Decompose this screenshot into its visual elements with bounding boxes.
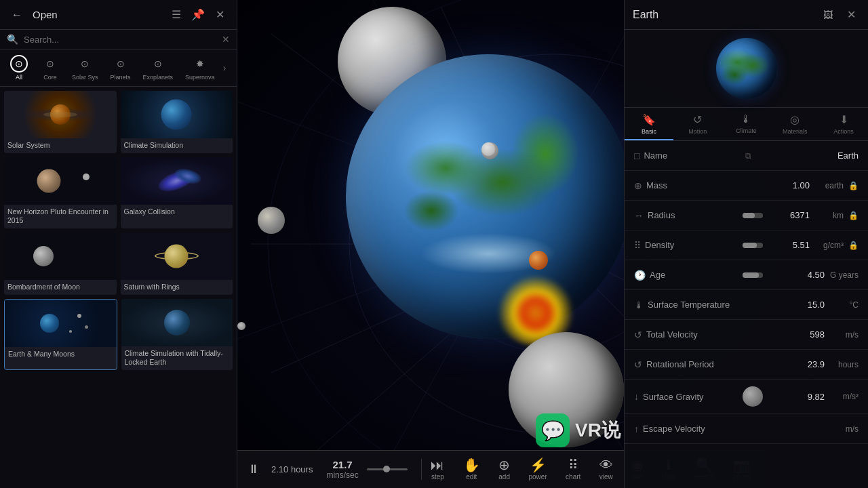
escape-vel-prop-icon: ↑ bbox=[634, 424, 639, 434]
close-panel-button[interactable]: ✕ bbox=[211, 6, 229, 24]
velocity-prop-icon: ↺ bbox=[634, 329, 642, 340]
thumb-saturn bbox=[121, 232, 233, 280]
pin-button[interactable]: 📌 bbox=[189, 6, 207, 24]
thumb-earth-moons bbox=[5, 300, 117, 347]
white-dot-planet bbox=[481, 142, 495, 156]
card-title-saturn: Saturn with Rings bbox=[121, 280, 233, 295]
toolbar-playback: ⏸ 2.10 hours 21.7 mins/sec bbox=[244, 459, 422, 480]
tab-basic-label: Basic bbox=[642, 128, 656, 135]
tab-materials-label: Materials bbox=[783, 128, 808, 135]
density-lock-icon: 🔒 bbox=[846, 241, 859, 250]
right-panel: Earth 🖼 ✕ 🔖 Basic ↺ Motion 🌡 Climate ◎ M… bbox=[624, 0, 868, 488]
actions-icon: ⬇ bbox=[840, 113, 848, 126]
view-label: view bbox=[599, 473, 613, 481]
chart-label: chart bbox=[566, 473, 580, 481]
card-title-pluto: New Horizon Pluto Encounter in 2015 bbox=[4, 205, 117, 228]
right-panel-actions: 🖼 ✕ bbox=[819, 6, 860, 24]
tab-supernova[interactable]: ✸ Supernova bbox=[180, 52, 220, 83]
toolbar-chart[interactable]: ⠿ chart bbox=[559, 455, 587, 483]
prop-value-name: Earth bbox=[751, 150, 859, 161]
toolbar-edit[interactable]: ✋ edit bbox=[456, 455, 487, 483]
sim-card-solar-system[interactable]: Solar System bbox=[4, 91, 117, 153]
climate-icon: 🌡 bbox=[741, 113, 751, 125]
sim-card-moon-bomb[interactable]: Bombardment of Moon bbox=[4, 232, 117, 295]
view-icon: 👁 bbox=[599, 458, 613, 472]
sim-card-climate2[interactable]: Climate Simulation with Tidally-Locked E… bbox=[121, 299, 233, 370]
earth-thumbnail-container bbox=[625, 30, 868, 108]
prop-label-name: □ Name bbox=[634, 150, 743, 161]
right-panel-header: Earth 🖼 ✕ bbox=[625, 0, 868, 30]
thumb-moon bbox=[4, 232, 117, 280]
prop-value-velocity: 598 bbox=[743, 329, 825, 340]
sim-card-saturn[interactable]: Saturn with Rings bbox=[121, 232, 233, 295]
prop-label-velocity: ↺ Total Velocity bbox=[634, 329, 743, 340]
mass-prop-icon: ⊕ bbox=[634, 180, 642, 191]
toolbar-step[interactable]: ⏭ step bbox=[424, 455, 451, 483]
tab-core[interactable]: ⊙ Core bbox=[35, 52, 65, 83]
prop-label-surface-temp: 🌡 Surface Temperature bbox=[634, 300, 743, 310]
tab-materials[interactable]: ◎ Materials bbox=[770, 108, 819, 140]
tab-all[interactable]: ⊙ All bbox=[4, 52, 34, 83]
sim-card-earth-moons[interactable]: Earth & Many Moons bbox=[4, 299, 117, 370]
prop-unit-mass: earth bbox=[810, 181, 844, 190]
wechat-watermark: 💬 VR说 bbox=[536, 413, 620, 447]
edit-icon: ✋ bbox=[463, 458, 480, 472]
sim-row-1: Solar System Climate Simulation bbox=[4, 91, 233, 153]
sim-card-pluto[interactable]: New Horizon Pluto Encounter in 2015 bbox=[4, 157, 117, 228]
play-pause-button[interactable]: ⏸ bbox=[244, 460, 263, 479]
card-title-galaxy: Galaxy Collision bbox=[121, 205, 233, 220]
tab-solar[interactable]: ⊙ Solar Sys bbox=[66, 52, 104, 83]
solar-icon: ⊙ bbox=[76, 55, 94, 73]
tab-climate[interactable]: 🌡 Climate bbox=[722, 108, 771, 140]
category-arrow[interactable]: › bbox=[222, 62, 228, 73]
prop-row-rotation: ↺ Rotational Period 23.9 hours bbox=[625, 350, 868, 380]
materials-icon: ◎ bbox=[790, 113, 800, 126]
card-title-moon-bomb: Bombardment of Moon bbox=[4, 280, 117, 295]
step-label: step bbox=[431, 473, 444, 481]
speed-slider[interactable] bbox=[367, 468, 408, 470]
prop-row-surface-temp: 🌡 Surface Temperature 15.0 °C bbox=[625, 290, 868, 320]
prop-unit-radius: km bbox=[810, 211, 844, 220]
prop-label-density: ⠿ Density bbox=[634, 240, 743, 251]
toolbar-view[interactable]: 👁 view bbox=[593, 455, 620, 483]
tab-basic[interactable]: 🔖 Basic bbox=[625, 108, 673, 140]
chart-icon: ⠿ bbox=[568, 458, 578, 472]
sim-card-galaxy[interactable]: Galaxy Collision bbox=[121, 157, 233, 228]
wechat-label: VR说 bbox=[575, 418, 620, 443]
tab-actions[interactable]: ⬇ Actions bbox=[819, 108, 868, 140]
image-button[interactable]: 🖼 bbox=[819, 6, 837, 24]
sim-grid: Solar System Climate Simulation New Hori… bbox=[0, 87, 237, 488]
toolbar-add[interactable]: ⊕ add bbox=[492, 455, 517, 483]
back-button[interactable]: ← bbox=[8, 6, 26, 24]
prop-value-density: 5.51 bbox=[768, 240, 810, 250]
list-view-button[interactable]: ☰ bbox=[167, 6, 185, 24]
sim-card-climate[interactable]: Climate Simulation bbox=[121, 91, 233, 153]
search-clear-button[interactable]: ✕ bbox=[222, 34, 230, 45]
tab-exoplanets[interactable]: ⊙ Exoplanets bbox=[138, 52, 179, 83]
toolbar-power[interactable]: ⚡ power bbox=[521, 455, 553, 483]
playback-speed: 21.7 bbox=[333, 459, 353, 470]
prop-label-escape-vel: ↑ Escape Velocity bbox=[634, 424, 743, 434]
search-input[interactable] bbox=[24, 35, 216, 45]
prop-unit-age: G years bbox=[825, 270, 859, 280]
edit-label: edit bbox=[466, 473, 477, 481]
earth-thumbnail bbox=[716, 38, 777, 99]
name-prop-icon: □ bbox=[634, 150, 639, 161]
card-title-climate: Climate Simulation bbox=[121, 138, 233, 153]
card-title-solar: Solar System bbox=[4, 138, 117, 153]
gravity-prop-icon: ↓ bbox=[634, 391, 639, 402]
sim-row-3: Bombardment of Moon Saturn with Rings bbox=[4, 232, 233, 295]
prop-row-radius: ↔ Radius 6371 km 🔒 bbox=[625, 201, 868, 230]
prop-unit-density: g/cm³ bbox=[810, 241, 844, 250]
prop-row-gravity: ↓ Surface Gravity 9.82 m/s² bbox=[625, 380, 868, 414]
close-right-panel-button[interactable]: ✕ bbox=[842, 6, 860, 24]
prop-row-velocity: ↺ Total Velocity 598 m/s bbox=[625, 320, 868, 350]
tab-actions-label: Actions bbox=[833, 128, 854, 135]
earth-planet[interactable] bbox=[346, 54, 631, 339]
tab-motion[interactable]: ↺ Motion bbox=[673, 108, 722, 140]
prop-unit-escape-vel: m/s bbox=[825, 424, 859, 434]
tab-planets[interactable]: ⊙ Planets bbox=[105, 52, 136, 83]
rotation-prop-icon: ↺ bbox=[634, 359, 642, 370]
earth-shine bbox=[346, 54, 631, 339]
name-copy-button[interactable]: ⧉ bbox=[745, 151, 751, 161]
